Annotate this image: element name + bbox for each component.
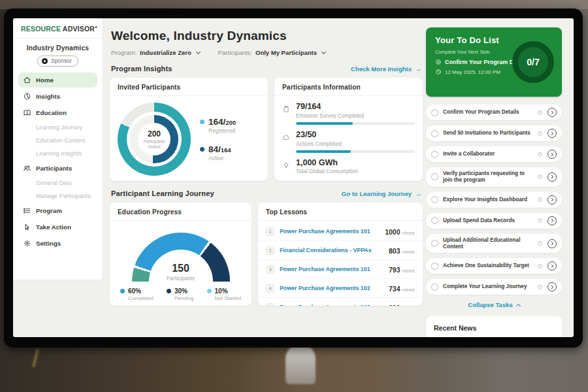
todo-progress-value: 0/7 [527,57,539,67]
sidebar-item-participants[interactable]: Participants [18,161,97,176]
todo-checkbox[interactable] [431,151,438,158]
clock-icon [537,197,543,203]
sidebar-item-take-action[interactable]: Take Action [18,220,97,235]
sidebar-item-insights[interactable]: Insights [18,89,97,104]
sidebar-item-label: Learning Journey [36,124,82,131]
stat-actions-completed: 23/50Actions Completed [282,131,415,153]
sidebar-item-settings[interactable]: Settings [18,236,97,251]
todo-open-button[interactable] [547,261,557,270]
app-logo: RESOURCE ADVISOR+ [13,18,103,39]
lesson-views: 793views [389,263,415,275]
sponsor-badge: Sponsor [37,56,78,67]
donut-legend-item-registered: 164/200Registered [200,117,236,134]
sidebar-item-education[interactable]: Education [18,105,97,120]
todo-checkbox[interactable] [431,263,438,270]
todo-open-button[interactable] [547,195,557,204]
legend-dot [207,289,212,293]
todo-open-button[interactable] [547,129,557,138]
filter-bar: Program: Industrialize Zero Participants… [108,49,425,56]
todo-open-button[interactable] [547,108,557,117]
lesson-views-label: views [402,268,416,274]
sidebar-item-home[interactable]: Home [18,73,97,88]
participants-information-card-title: Participants Information [274,78,423,96]
arrow-right-icon: → [415,65,422,73]
monitor-bezel: RESOURCE ADVISOR+ Industry Dynamics Spon… [4,8,583,348]
todo-checkbox[interactable] [431,284,438,291]
todo-open-button[interactable] [547,216,557,225]
todo-column: Your To Do List Complete Your Next Task:… [426,18,562,337]
donut-legend: 164/200Registered84/164Active [200,117,236,161]
program-filter-label: Program: [111,49,137,56]
sponsor-badge-label: Sponsor [51,57,72,64]
todo-item-send-50-invitations-to-participants: Send 50 Invitations to Participants [426,125,562,141]
stat-label: Emission Survey Completed [296,112,415,119]
sidebar-item-label: Insights [36,93,60,100]
todo-checkbox[interactable] [431,217,438,224]
todo-item-verify-participants-requesting-to-join-the-program: Verify participants requesting to join t… [426,167,562,187]
program-icon [23,206,31,215]
program-filter[interactable]: Program: Industrialize Zero [111,49,200,56]
clock-icon [537,218,543,223]
sidebar-item-manage-participants[interactable]: Manage Participants [18,190,97,202]
monitor-stand [286,344,316,384]
program-insights-title: Program Insights [111,65,172,73]
sidebar-item-general-data[interactable]: General Data [18,177,97,189]
lesson-title-link[interactable]: Financial Considerations - VPPAs [280,247,384,253]
learning-cards-row: Education Progress 150 Participants 60%C… [108,203,425,306]
legend-text: 10%Not Started [215,287,241,301]
lesson-title-link[interactable]: Power Purchase Agreements 102 [280,285,384,291]
gauge-center: 150 Participants [132,263,230,282]
sidebar-item-learning-journey[interactable]: Learning Journey [18,122,97,133]
lesson-title-link[interactable]: Power Purchase Agreements 103 [280,304,384,306]
gauge-legend-item-not-started: 10%Not Started [207,287,241,301]
participants-filter[interactable]: Participants: Only My Participants [218,49,325,56]
todo-item-invite-a-collaborator: Invite a Collaborator [426,146,562,162]
sidebar-item-label: Learning Insights [36,150,82,157]
todo-checkbox[interactable] [431,240,438,247]
logo-primary: RESOURCE [21,25,61,33]
page-title: Welcome, Industry Dynamics [108,29,425,43]
lesson-rank: 2 [266,246,274,255]
todo-checkbox[interactable] [431,130,438,137]
check-more-insights-link[interactable]: Check More Insights → [351,65,422,73]
progress-bar [296,122,415,125]
todo-checkbox[interactable] [431,109,438,116]
todo-list: Confirm Your Program DetailsSend 50 Invi… [426,105,562,295]
collapse-tasks-link[interactable]: Collapse Tasks [426,301,562,308]
participants-icon [23,164,31,172]
legend-text: 30%Pending [174,287,193,301]
app-screen: RESOURCE ADVISOR+ Industry Dynamics Spon… [13,18,574,337]
survey-icon [282,105,290,113]
learning-journey-header: Participant Learning Journey Go to Learn… [108,189,425,197]
todo-progress-ring: 0/7 [512,41,554,83]
todo-open-button[interactable] [547,172,557,182]
gauge-center-value: 150 [132,263,230,274]
stat-total-global-consumption: 1,000 GWhTotal Global Consumption [282,159,415,175]
take-action-icon [23,223,31,231]
go-to-learning-journey-link[interactable]: Go to Learning Journey → [342,189,422,197]
sidebar-item-program[interactable]: Program [18,203,97,218]
legend-dot [167,289,171,293]
stat-value: 79/164 [296,103,415,112]
lesson-title-link[interactable]: Power Purchase Agreements 101 [280,228,380,235]
lesson-title-link[interactable]: Power Purchase Agreements 101 [280,266,384,272]
sidebar-item-education-content[interactable]: Education Content [18,135,97,146]
invited-participants-card: Invited Participants 200 Participants In… [110,78,268,181]
todo-checkbox[interactable] [431,173,438,180]
gauge-legend-item-completed: 60%Completed [120,287,154,301]
sidebar-item-learning-insights[interactable]: Learning Insights [18,148,97,159]
sidebar-item-label: General Data [36,180,72,186]
todo-checkbox[interactable] [431,196,438,203]
stat-emission-survey-completed: 79/164Emission Survey Completed [282,103,415,125]
logo-secondary: ADVISOR+ [63,25,98,33]
logo-plus: + [95,24,97,29]
legend-text: 164/200Registered [208,117,236,134]
todo-open-button[interactable] [547,282,557,291]
todo-open-button[interactable] [547,150,557,159]
todo-item-label: Achieve One Sustainability Target [443,263,532,269]
clock-icon [537,284,543,290]
todo-item-upload-spend-data-records: Upload Spend Data Records [426,213,562,229]
todo-open-button[interactable] [547,239,557,248]
sidebar-item-label: Settings [36,240,61,247]
donut-center: 200 Participants Invited [138,123,171,155]
